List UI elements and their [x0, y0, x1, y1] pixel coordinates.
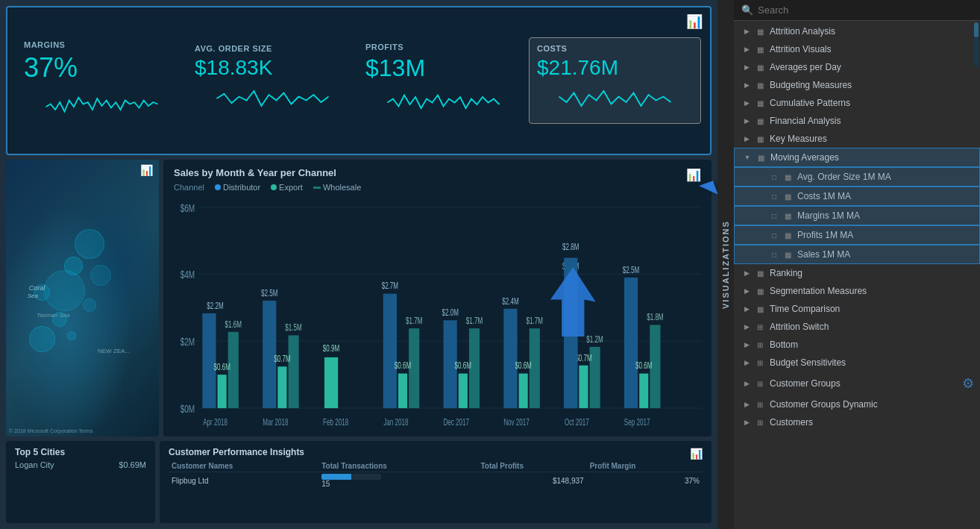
svg-text:$2.4M: $2.4M [502, 296, 518, 306]
svg-text:Feb 2018: Feb 2018 [323, 418, 348, 428]
map-bubble [75, 229, 104, 259]
nav-arrow-customer-groups: ▶ [743, 380, 750, 387]
sidebar-item-costs-1m-ma[interactable]: □ ▦ Costs 1M MA [734, 187, 980, 206]
nav-label-customer-groups-dynamic: Customer Groups Dynamic [770, 399, 974, 410]
customer-performance-title: Customer Performance Insights [169, 447, 304, 457]
nav-icon-customers: ⊞ [755, 419, 765, 427]
profits-sparkline [365, 82, 521, 119]
nav-icon-segmentation-measures: ▦ [755, 287, 765, 295]
nav-icon-cumulative-patterns: ▦ [755, 99, 765, 107]
sidebar-item-averages-per-day[interactable]: ▶ ▦ Averages per Day [734, 58, 980, 76]
profits-cell: $148,937 [477, 472, 586, 490]
sidebar-item-cumulative-patterns[interactable]: ▶ ▦ Cumulative Patterns [734, 94, 980, 112]
sidebar-item-customers[interactable]: ▶ ⊞ Customers [734, 413, 980, 431]
chart-panel: Sales by Month & Year per Channel 📊 Chan… [163, 160, 712, 436]
svg-rect-25 [383, 294, 397, 408]
map-label-new-zea: NEW ZEA... [98, 348, 130, 354]
nav-arrow-averages-per-day: ▶ [743, 63, 750, 71]
avg-order-sparkline [195, 80, 351, 117]
table-row: Flipbug Ltd 15 $148,937 37% [169, 472, 703, 490]
kpi-profits: PROFITS $13M [358, 37, 529, 125]
nav-label-attrition-analysis: Attrition Analysis [770, 26, 974, 37]
map-label-coral-sea: Coral [29, 284, 45, 292]
svg-rect-39 [503, 309, 517, 408]
kpi-avg-order-value: $18.83K [195, 56, 351, 80]
visualizations-sidebar-label: VISUALIZATIONS [717, 0, 734, 529]
top-cities-title: Top 5 Cities [15, 447, 146, 457]
svg-text:$0.6M: $0.6M [635, 361, 652, 371]
nav-label-cumulative-patterns: Cumulative Patterns [770, 98, 974, 108]
nav-icon-time-comparison: ▦ [755, 305, 765, 313]
nav-arrow-budget-sensitivites: ▶ [743, 359, 750, 366]
transactions-cell: 15 [318, 472, 477, 490]
svg-text:$2.2M: $2.2M [207, 301, 223, 310]
map-bubble [67, 331, 76, 340]
sidebar-item-budgeting-measures[interactable]: ▶ ▦ Budgeting Measures [734, 76, 980, 94]
nav-icon-budgeting-measures: ▦ [755, 81, 765, 90]
map-chart-icon: 📊 [140, 164, 153, 176]
sidebar-item-margins-1m-ma[interactable]: □ ▦ Margins 1M MA [734, 206, 980, 225]
legend-distributor: Distributor [215, 183, 260, 192]
sidebar-item-attrition-visuals[interactable]: ▶ ▦ Attrition Visuals [734, 40, 980, 58]
sidebar-item-avg-order-size-1m-ma[interactable]: □ ▦ Avg. Order Size 1M MA [734, 167, 980, 187]
svg-text:$1.7M: $1.7M [527, 316, 543, 325]
svg-text:Sep 2017: Sep 2017 [624, 418, 650, 428]
nav-icon-bottom: ⊞ [755, 341, 765, 349]
sidebar-item-segmentation-measures[interactable]: ▶ ▦ Segmentation Measures [734, 282, 980, 300]
nav-arrow-budgeting-measures: ▶ [743, 81, 750, 89]
svg-text:$0.6M: $0.6M [213, 362, 230, 372]
map-background: 📊 Coral Sea Tasman Sea NEW ZEA... © 2018… [6, 160, 159, 436]
kpi-row: 📊 MARGINS 37% AVG. ORDER SIZE $18.83K PR… [6, 6, 712, 155]
sidebar-item-profits-1m-ma[interactable]: □ ▦ Profits 1M MA [734, 225, 980, 245]
kpi-profits-value: $13M [365, 54, 521, 82]
sidebar-item-time-comparison[interactable]: ▶ ▦ Time Comparison [734, 300, 980, 318]
sidebar-item-attrition-switch[interactable]: ▶ ⊞ Attrition Switch [734, 318, 980, 336]
svg-rect-8 [202, 313, 216, 408]
sidebar-item-financial-analysis[interactable]: ▶ ▦ Financial Analysis [734, 112, 980, 130]
kpi-margins-value: 37% [24, 52, 180, 84]
right-panel: 🔍 ▶ ▦ Attrition Analysis ▶ ▦ Attrition V… [734, 0, 980, 529]
nav-subicon-2: □ [770, 192, 778, 201]
sidebar-item-moving-averages[interactable]: ▼ ▦ Moving Averages [734, 148, 980, 167]
nav-arrow-moving-averages: ▼ [744, 154, 751, 161]
nav-arrow-ranking: ▶ [743, 269, 750, 277]
nav-arrow-cumulative-patterns: ▶ [743, 99, 750, 107]
kpi-costs[interactable]: COSTS $21.76M [529, 37, 701, 124]
kpi-chart-icon: 📊 [686, 13, 703, 30]
margins-sparkline [24, 84, 180, 121]
nav-icon-customer-groups-dynamic: ⊞ [755, 401, 765, 409]
nav-label-budget-sensitivites: Budget Sensitivites [770, 357, 974, 368]
kpi-costs-value: $21.76M [537, 56, 693, 80]
col-profit-margin: Profit Margin [587, 460, 703, 472]
main-area: 📊 MARGINS 37% AVG. ORDER SIZE $18.83K PR… [0, 0, 717, 529]
search-input[interactable] [758, 4, 973, 16]
nav-subicon-1: □ [770, 173, 778, 181]
nav-icon-attrition-visuals: ▦ [755, 46, 765, 54]
svg-text:$0M: $0M [180, 402, 195, 416]
sidebar-item-attrition-analysis[interactable]: ▶ ▦ Attrition Analysis [734, 22, 980, 40]
svg-text:$2.5M: $2.5M [623, 265, 639, 275]
svg-text:Nov 2017: Nov 2017 [503, 418, 530, 428]
top-cities-row: Logan City $0.69M [15, 460, 146, 469]
map-copyright: © 2018 Microsoft Corporation Terms [9, 428, 92, 433]
sidebar-item-ranking[interactable]: ▶ ▦ Ranking [734, 264, 980, 282]
svg-rect-17 [289, 335, 299, 408]
nav-label-key-measures: Key Measures [770, 134, 974, 144]
nav-icon-costs-1m: ▦ [782, 192, 793, 201]
sidebar-item-customer-groups[interactable]: ▶ ⊞ Customer Groups ⚙ [734, 372, 980, 395]
nav-label-ranking: Ranking [770, 268, 974, 278]
svg-text:Jan 2018: Jan 2018 [383, 418, 408, 428]
sidebar-item-customer-groups-dynamic[interactable]: ▶ ⊞ Customer Groups Dynamic [734, 395, 980, 413]
sidebar-item-sales-1m-ma[interactable]: □ ▦ Sales 1M MA [734, 245, 980, 264]
sidebar-item-bottom[interactable]: ▶ ⊞ Bottom [734, 336, 980, 354]
map-bubble [44, 270, 85, 311]
nav-icon-sales-1m: ▦ [782, 251, 793, 259]
sidebar-item-budget-sensitivites[interactable]: ▶ ⊞ Budget Sensitivites [734, 354, 980, 372]
nav-label-customer-groups: Customer Groups [770, 378, 955, 389]
svg-text:$6M: $6M [180, 201, 195, 214]
col-total-transactions: Total Transactions [318, 460, 477, 472]
chart-title: Sales by Month & Year per Channel [174, 167, 336, 178]
sidebar-item-key-measures[interactable]: ▶ ▦ Key Measures [734, 130, 980, 148]
nav-label-budgeting-measures: Budgeting Measures [770, 80, 974, 90]
middle-row: 📊 Coral Sea Tasman Sea NEW ZEA... © 2018… [6, 160, 712, 436]
